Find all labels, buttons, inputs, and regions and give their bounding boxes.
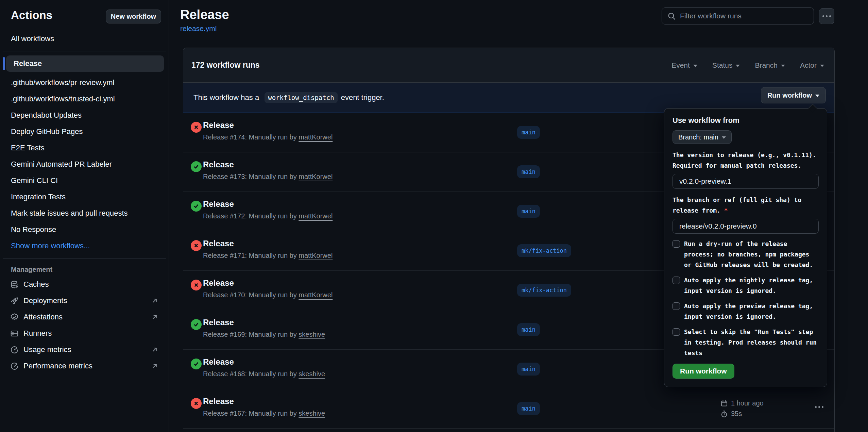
chevron-down-icon	[736, 65, 740, 67]
run-title-link[interactable]: Release	[203, 199, 333, 209]
run-workflow-dropdown-button[interactable]: Run workflow	[761, 87, 826, 103]
arrow-up-right-icon	[151, 297, 158, 304]
sidebar-workflow-item-selected[interactable]: Release	[6, 55, 164, 72]
run-branch-badge[interactable]: mk/fix-action	[517, 244, 571, 257]
branch-selector-button[interactable]: Branch: main	[673, 130, 732, 144]
sidebar-management-item[interactable]: Attestations	[0, 309, 169, 325]
arrow-up-right-icon	[151, 313, 158, 321]
workflow-run-row: Release Release #167: Manually run by sk…	[183, 389, 834, 429]
sidebar-workflow-item[interactable]: Gemini Automated PR Labeler	[0, 156, 169, 172]
checkbox[interactable]	[673, 328, 680, 336]
run-actor-link[interactable]: skeshive	[299, 410, 325, 417]
sidebar-workflow-item[interactable]: No Response	[0, 221, 169, 238]
run-description: Release #174: Manually run by mattKorwel	[203, 133, 333, 141]
run-actor-link[interactable]: skeshive	[299, 370, 325, 378]
checkbox[interactable]	[673, 277, 680, 284]
run-title-link[interactable]: Release	[203, 239, 333, 248]
run-title-link[interactable]: Release	[203, 397, 325, 406]
runs-filter-dropdown[interactable]: Status	[712, 61, 740, 69]
run-branch-badge[interactable]: main	[517, 205, 540, 218]
runs-filter-dropdown[interactable]: Event	[671, 61, 697, 69]
run-description: Release #167: Manually run by skeshive	[203, 410, 325, 417]
version-input-label: The version to release (e.g., v0.1.11). …	[673, 150, 819, 171]
run-description: Release #172: Manually run by mattKorwel	[203, 212, 333, 220]
sidebar-management-item[interactable]: Performance metrics	[0, 358, 169, 374]
run-branch-badge[interactable]: mk/fix-action	[517, 284, 571, 297]
calendar-icon	[720, 400, 728, 407]
success-status-icon	[191, 201, 202, 212]
run-actor-link[interactable]: skeshive	[299, 331, 325, 338]
search-icon	[667, 12, 676, 20]
sidebar-workflow-item[interactable]: Integration Tests	[0, 189, 169, 205]
dispatch-option-row: Auto apply the nightly release tag, inpu…	[673, 275, 819, 296]
management-section-heading: Management	[0, 263, 169, 276]
run-actor-link[interactable]: mattKorwel	[299, 291, 333, 299]
run-branch-badge[interactable]: main	[517, 323, 540, 336]
run-description: Release #173: Manually run by mattKorwel	[203, 173, 333, 181]
success-status-icon	[191, 319, 202, 330]
run-branch-badge[interactable]: main	[517, 402, 540, 415]
run-branch-badge[interactable]: main	[517, 165, 540, 178]
run-workflow-submit-button[interactable]: Run workflow	[673, 364, 734, 379]
filter-workflow-runs-input[interactable]	[680, 12, 808, 20]
run-title-link[interactable]: Release	[203, 357, 325, 367]
server-icon	[10, 329, 19, 338]
new-workflow-button[interactable]: New workflow	[106, 10, 161, 23]
sidebar-workflow-item[interactable]: .github/workflows/trusted-ci.yml	[0, 91, 169, 107]
selected-indicator	[3, 57, 5, 70]
runs-filters: Event Status Branch Actor	[671, 61, 824, 69]
dispatch-option-row: Select to skip the "Run Tests" step in t…	[673, 327, 819, 358]
panel-heading: Use workflow from	[673, 116, 819, 125]
dispatch-options: Run a dry-run of the release process; no…	[673, 238, 819, 358]
failure-status-icon	[191, 280, 202, 290]
run-actor-link[interactable]: mattKorwel	[299, 173, 333, 180]
sidebar-workflow-item[interactable]: E2E Tests	[0, 140, 169, 156]
run-branch-badge[interactable]: main	[517, 363, 540, 376]
run-title-link[interactable]: Release	[203, 278, 333, 288]
ref-input[interactable]	[673, 219, 819, 234]
database-icon	[10, 280, 19, 289]
gauge-icon	[10, 346, 19, 354]
chevron-down-icon	[815, 95, 819, 97]
show-more-workflows-link[interactable]: Show more workflows...	[0, 238, 169, 254]
runs-list-header: 172 workflow runs Event Status Branch Ac…	[183, 48, 834, 83]
sidebar-workflow-item[interactable]: Mark stale issues and pull requests	[0, 205, 169, 221]
runs-filter-dropdown[interactable]: Branch	[755, 61, 785, 69]
run-actor-link[interactable]: mattKorwel	[299, 252, 333, 259]
sidebar-workflow-item[interactable]: Gemini CLI CI	[0, 172, 169, 189]
run-title-link[interactable]: Release	[203, 160, 333, 169]
checkbox[interactable]	[673, 302, 680, 310]
run-title-link[interactable]: Release	[203, 120, 333, 130]
run-title-link[interactable]: Release	[203, 318, 325, 327]
workflow-file-link[interactable]: release.yml	[180, 24, 217, 33]
rocket-icon	[10, 297, 19, 305]
sidebar-title: Actions	[11, 9, 52, 22]
run-description: Release #169: Manually run by skeshive	[203, 331, 325, 338]
checkbox[interactable]	[673, 240, 680, 248]
runs-count: 172 workflow runs	[191, 61, 260, 70]
run-description: Release #168: Manually run by skeshive	[203, 370, 325, 378]
filter-workflow-runs-box	[662, 7, 814, 24]
run-actor-link[interactable]: mattKorwel	[299, 212, 333, 220]
sidebar-item-all-workflows[interactable]: All workflows	[0, 31, 169, 47]
chevron-down-icon	[820, 65, 824, 67]
sidebar-workflow-item[interactable]: .github/workflows/pr-review.yml	[0, 74, 169, 91]
success-status-icon	[191, 161, 202, 172]
sidebar-management-item[interactable]: Deployments	[0, 293, 169, 309]
sidebar-management-item[interactable]: Runners	[0, 325, 169, 342]
sidebar-workflow-item[interactable]: Dependabot Updates	[0, 107, 169, 123]
workflow-options-kebab-button[interactable]	[819, 8, 834, 24]
run-branch-badge[interactable]: main	[517, 126, 540, 139]
run-kebab-button[interactable]	[815, 406, 823, 408]
failure-status-icon	[191, 122, 202, 133]
arrow-up-right-icon	[151, 346, 158, 353]
sidebar-divider	[3, 51, 166, 51]
runs-filter-dropdown[interactable]: Actor	[800, 61, 824, 69]
sidebar-management-item[interactable]: Usage metrics	[0, 342, 169, 358]
run-actor-link[interactable]: mattKorwel	[299, 133, 333, 141]
sidebar-workflow-item[interactable]: Deploy GitHub Pages	[0, 123, 169, 140]
sidebar-management-item[interactable]: Caches	[0, 276, 169, 293]
failure-status-icon	[191, 240, 202, 251]
banner-text: event trigger.	[341, 93, 384, 102]
version-input[interactable]	[673, 174, 819, 189]
